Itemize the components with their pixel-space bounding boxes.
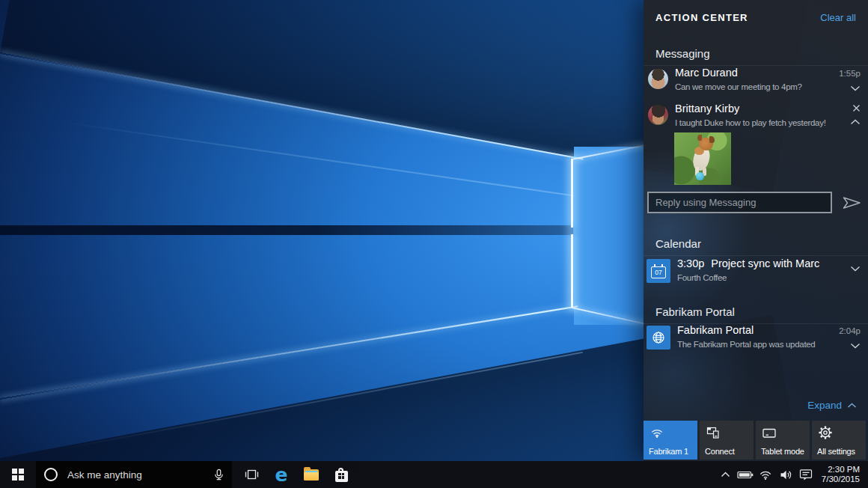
chevron-down-icon[interactable]	[850, 266, 861, 272]
chevron-up-icon	[847, 403, 857, 409]
notification-controls	[831, 104, 861, 125]
notification-controls: 2:04p	[831, 326, 861, 349]
task-view-button[interactable]	[236, 461, 266, 488]
expand-label: Expand	[807, 400, 842, 411]
message-preview: I taught Duke how to play fetch yesterda…	[675, 118, 826, 127]
edge-icon: e	[275, 466, 288, 484]
task-view-icon	[245, 469, 259, 481]
portal-title: Fabrikam Portal	[677, 324, 754, 336]
section-portal-label: Fabrikam Portal	[644, 305, 868, 324]
message-photo-attachment[interactable]	[674, 132, 731, 185]
wifi-icon	[650, 425, 664, 439]
notification-brittany[interactable]: Brittany Kirby I taught Duke how to play…	[644, 102, 868, 136]
clear-all-link[interactable]: Clear all	[820, 12, 856, 23]
taskbar-app-icons: e	[236, 461, 356, 488]
wallpaper-dark-band	[0, 225, 573, 235]
expand-link[interactable]: Expand	[807, 400, 857, 411]
volume-icon[interactable]	[776, 461, 796, 488]
settings-gear-icon	[818, 425, 833, 440]
notification-portal[interactable]: Fabrikam Portal The Fabrikam Portal app …	[644, 323, 868, 356]
quick-action-tile-tablet-mode[interactable]: Tablet mode	[756, 421, 810, 460]
tile-label: Tablet mode	[761, 447, 804, 456]
sender-name: Marc Durand	[675, 67, 738, 79]
event-title-line: 3:30pProject sync with Marc	[677, 257, 819, 269]
microphone-icon[interactable]	[213, 469, 225, 481]
chevron-down-icon[interactable]	[850, 85, 861, 91]
wallpaper-window-edge	[571, 234, 573, 308]
close-icon[interactable]	[852, 104, 861, 112]
reply-row	[647, 192, 864, 214]
chevron-up-icon[interactable]	[850, 119, 861, 125]
notification-controls: 1:55p	[831, 68, 861, 91]
brittany-avatar	[648, 105, 668, 125]
section-calendar-label: Calendar	[644, 237, 868, 256]
windows-logo-icon	[12, 469, 24, 481]
marc-avatar	[648, 69, 668, 89]
file-explorer-button[interactable]	[296, 461, 326, 488]
quick-action-tile-fabrikam1[interactable]: Fabrikam 1	[644, 421, 697, 460]
sender-name: Brittany Kirby	[675, 103, 739, 115]
folder-icon	[304, 469, 319, 481]
chevron-up-icon	[721, 472, 730, 478]
notification-marc[interactable]: Marc Durand Can we move our meeting to 4…	[644, 66, 868, 100]
event-location: Fourth Coffee	[677, 273, 727, 282]
portal-message: The Fabrikam Portal app was updated	[677, 340, 815, 349]
clock-date: 7/30/2015	[822, 475, 860, 485]
message-preview: Can we move our meeting to 4pm?	[675, 82, 802, 91]
panel-title: ACTION CENTER	[655, 12, 748, 23]
timestamp: 1:55p	[839, 68, 861, 79]
reply-input[interactable]	[647, 192, 832, 213]
event-title: Project sync with Marc	[711, 257, 819, 269]
wallpaper-window-edge	[571, 159, 573, 228]
quick-action-tile-all-settings[interactable]: All settings	[812, 421, 866, 460]
chevron-down-icon[interactable]	[850, 343, 861, 349]
ball-illustration	[696, 172, 704, 180]
store-button[interactable]	[326, 461, 356, 488]
globe-icon	[647, 326, 670, 350]
wallpaper-window-glow	[574, 147, 644, 325]
start-button[interactable]	[0, 461, 36, 488]
timestamp: 2:04p	[839, 326, 861, 336]
section-messaging-label: Messaging	[644, 47, 868, 66]
tile-label: Connect	[705, 447, 735, 456]
wifi-icon[interactable]	[756, 461, 776, 488]
search-box[interactable]	[36, 461, 232, 488]
dog-illustration	[709, 136, 715, 143]
calendar-day: 07	[655, 269, 661, 276]
quick-actions: Fabrikam 1 Connect Tablet mode All setti…	[644, 421, 866, 460]
quick-action-tile-connect[interactable]: Connect	[700, 421, 754, 460]
action-center-header: ACTION CENTER Clear all	[655, 12, 856, 23]
tablet-icon	[762, 425, 777, 440]
clock-time: 2:30 PM	[822, 465, 860, 475]
notification-calendar[interactable]: 07 3:30pProject sync with Marc Fourth Co…	[644, 257, 868, 290]
edge-browser-button[interactable]: e	[266, 461, 296, 488]
calendar-icon: 07	[647, 259, 670, 283]
send-button[interactable]	[839, 194, 864, 212]
taskbar: e 2:30	[0, 461, 868, 488]
dog-illustration	[697, 135, 702, 141]
show-hidden-icons-button[interactable]	[715, 461, 736, 488]
action-center-icon[interactable]	[796, 461, 816, 488]
tile-label: Fabrikam 1	[649, 447, 688, 456]
battery-icon[interactable]	[736, 461, 756, 488]
store-icon	[335, 468, 348, 482]
notification-controls	[831, 266, 861, 272]
clock[interactable]: 2:30 PM 7/30/2015	[816, 461, 868, 488]
send-icon	[841, 195, 862, 210]
event-time: 3:30p	[677, 257, 704, 269]
screen: ACTION CENTER Clear all Messaging Marc D…	[0, 0, 868, 488]
action-center-panel: ACTION CENTER Clear all Messaging Marc D…	[644, 0, 868, 461]
system-tray: 2:30 PM 7/30/2015	[715, 461, 868, 488]
connect-icon	[706, 425, 721, 440]
search-input[interactable]	[58, 461, 206, 488]
tile-label: All settings	[817, 447, 855, 456]
cortana-icon	[44, 468, 58, 481]
